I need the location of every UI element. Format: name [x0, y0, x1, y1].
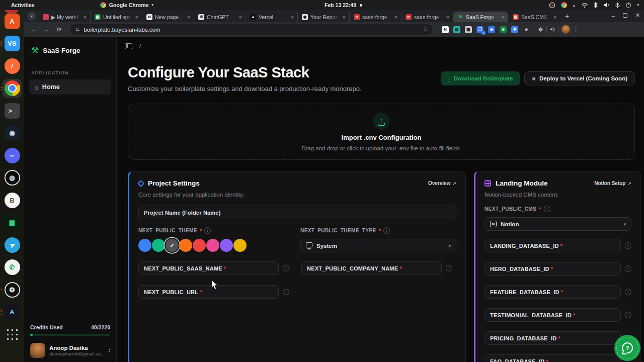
bluetooth-icon[interactable] — [594, 2, 598, 8]
env-input[interactable]: PRICING_DATABASE_ID * — [485, 331, 621, 345]
brand[interactable]: ⚒ SaaS Forge — [24, 37, 116, 61]
sidebar-toggle-icon[interactable] — [125, 43, 132, 49]
browser-tab[interactable]: ▦ SaaS CMS | N × — [508, 12, 560, 22]
dock-item[interactable]: ◉ — [0, 122, 24, 145]
history-icon[interactable]: ⟲ — [550, 26, 555, 33]
tab-close-icon[interactable]: × — [393, 14, 399, 20]
theme-type-select[interactable]: System ▾ — [300, 239, 456, 252]
browser-tab[interactable]: n saas-forge - n × — [401, 12, 453, 22]
extension-icon[interactable]: ◆ — [500, 26, 507, 33]
sidebar-item-home[interactable]: ⌂ Home — [29, 79, 111, 95]
theme-swatch[interactable]: ✓ — [179, 239, 192, 252]
info-icon[interactable]: i — [625, 242, 631, 249]
dock-item[interactable]: A — [0, 10, 24, 33]
tab-search-button[interactable]: ▾ — [27, 12, 36, 21]
clock[interactable]: Feb 13 22:49 — [325, 2, 362, 8]
dock-item[interactable]: >_ — [0, 100, 24, 122]
dock-item[interactable]: ••• VS — [0, 33, 24, 55]
theme-swatch[interactable]: ✓ — [206, 239, 219, 252]
env-input[interactable]: NEXT_PUBLIC_URL * — [138, 285, 279, 299]
browser-tab[interactable]: ✻ ChatGPT - Sa × — [194, 12, 246, 22]
tab-close-icon[interactable]: × — [289, 14, 295, 20]
app-menu-button[interactable]: Google Chrome ▾ — [100, 2, 153, 8]
tab-close-icon[interactable]: × — [445, 14, 451, 20]
activities-button[interactable]: Activities — [11, 2, 35, 8]
tab-close-icon[interactable]: × — [500, 14, 506, 20]
tab-close-icon[interactable]: × — [552, 14, 558, 20]
record-tray-icon[interactable] — [549, 2, 555, 9]
env-input[interactable]: FAQ_DATABASE_ID * — [485, 354, 621, 362]
user-menu[interactable]: Anoop Dasika danoopkarnik@gmail.co... ▴▾ — [30, 343, 110, 358]
env-input[interactable]: LANDING_DATABASE_ID * — [485, 239, 621, 252]
browser-tab[interactable]: ▦ Untitled spre × — [90, 12, 142, 22]
address-bar[interactable]: ⇆ boilerplate.bayesian-labs.com ☆ — [70, 24, 433, 35]
env-input[interactable]: FEATURE_DATABASE_ID * — [485, 285, 621, 299]
minimize-button[interactable]: – — [612, 13, 615, 19]
forward-button[interactable]: → — [41, 26, 51, 33]
env-input[interactable]: NEXT_PUBLIC_COMPANY_NAME * — [301, 261, 442, 275]
env-input[interactable]: HERO_DATABASE_ID * — [485, 262, 621, 276]
extension-icon[interactable]: ◉ — [488, 26, 495, 33]
extensions-puzzle-icon[interactable]: ❖ — [538, 26, 543, 33]
browser-tab[interactable]: ⚒ SaaS Forge × — [453, 12, 508, 22]
close-window-button[interactable]: ✕ — [635, 12, 640, 19]
tab-close-icon[interactable]: × — [134, 14, 140, 20]
info-icon[interactable]: i — [625, 312, 631, 318]
dock-item[interactable]: ➤ — [0, 234, 24, 256]
extension-icon[interactable]: ▦ — [465, 26, 472, 33]
info-icon[interactable]: i — [283, 265, 289, 272]
dock-item[interactable]: B — [0, 189, 24, 212]
download-boilerplate-button[interactable]: ↓ Download Boilerplate — [441, 71, 520, 85]
browser-tab[interactable]: N New page | N × — [142, 12, 194, 22]
browser-tab[interactable]: n saas-forge - n × — [349, 12, 401, 22]
microphone-icon[interactable] — [615, 2, 620, 9]
dock-item[interactable]: ⌣ — [0, 144, 24, 167]
caret-up-tray-icon[interactable]: ▲ — [573, 4, 576, 7]
tab-close-icon[interactable]: × — [237, 14, 244, 20]
dock-item[interactable]: •• — [0, 77, 24, 100]
info-icon[interactable]: i — [544, 206, 550, 212]
new-tab-button[interactable]: + — [562, 11, 572, 21]
project-name-input[interactable]: Project Name (Folder Name) — [138, 206, 456, 219]
site-info-icon[interactable]: ⇆ — [75, 27, 79, 32]
info-icon[interactable]: i — [383, 227, 390, 234]
help-chat-button[interactable]: ? — [614, 335, 640, 361]
browser-tab[interactable]: ▲ Vercel × — [246, 12, 297, 22]
volume-icon[interactable] — [603, 2, 610, 8]
browser-tab[interactable]: ◉ Your Reposit × — [297, 12, 349, 22]
tray-chevron-down-icon[interactable]: ▾ — [637, 3, 639, 7]
notion-setup-link[interactable]: Notion Setup ↗ — [594, 180, 631, 186]
dock-item[interactable]: ◍ — [0, 167, 24, 190]
theme-swatch[interactable]: ✓ — [152, 239, 165, 252]
back-button[interactable]: ← — [28, 26, 38, 33]
chrome-tray-icon[interactable] — [561, 2, 567, 8]
extension-icon[interactable]: ❖ — [511, 26, 518, 33]
profile-avatar[interactable] — [561, 25, 570, 34]
dock-item[interactable] — [0, 323, 24, 346]
power-icon[interactable] — [625, 2, 631, 8]
extension-icon[interactable]: N — [442, 26, 449, 33]
deploy-vercel-button[interactable]: ✈ Deploy to Vercel (Coming Soon) — [524, 71, 635, 85]
overview-link[interactable]: Overview ↗ — [428, 180, 456, 186]
theme-swatch[interactable]: ✓ — [233, 239, 247, 252]
restore-button[interactable] — [623, 13, 627, 18]
wifi-icon[interactable] — [581, 3, 588, 8]
theme-swatch[interactable]: ✓ — [193, 239, 206, 252]
extension-icon[interactable]: ❐ 1 — [476, 26, 484, 33]
bookmark-star-icon[interactable]: ☆ — [423, 26, 428, 33]
extension-icon[interactable]: ◈ — [523, 26, 530, 33]
info-icon[interactable]: i — [204, 227, 211, 234]
theme-swatch[interactable]: ✓ — [138, 239, 151, 252]
info-icon[interactable]: i — [625, 265, 631, 272]
tab-close-icon[interactable]: × — [82, 14, 88, 20]
browser-tab[interactable]: ▶ My workflo × — [38, 12, 90, 22]
info-icon[interactable]: i — [446, 265, 452, 272]
dock-item[interactable]: ••• A — [0, 301, 24, 324]
env-input[interactable]: NEXT_PUBLIC_SAAS_NAME * — [138, 261, 279, 275]
dock-item[interactable]: / — [0, 55, 24, 77]
tab-close-icon[interactable]: × — [341, 14, 347, 20]
theme-swatch[interactable]: ✓ — [220, 239, 233, 252]
tab-close-icon[interactable]: × — [186, 14, 192, 20]
info-icon[interactable]: i — [283, 289, 289, 295]
extension-icon[interactable]: ▦ — [453, 26, 460, 33]
